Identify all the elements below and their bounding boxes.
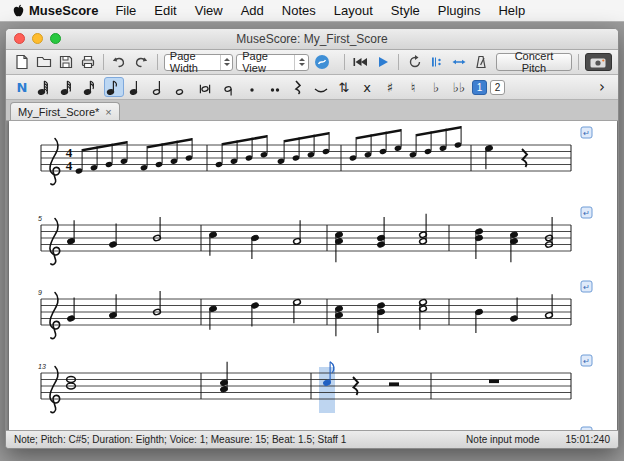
beam	[284, 132, 329, 143]
save-icon	[58, 54, 74, 70]
chevron-down-icon	[294, 55, 308, 70]
rest-button[interactable]	[288, 77, 308, 97]
start-center-button[interactable]	[312, 52, 331, 72]
loop-playback-button[interactable]	[405, 52, 424, 72]
staff-system-4[interactable]: 13↵	[38, 355, 592, 413]
note-input-toolbar: N⇅x♯♮♭♭♭12›	[6, 75, 618, 100]
note-half-button[interactable]	[150, 77, 170, 97]
apple-menu[interactable]	[12, 4, 25, 18]
flip-direction-button[interactable]: ⇅	[334, 77, 354, 97]
minimize-button[interactable]	[32, 33, 43, 44]
system-break-icon[interactable]: ↵	[581, 281, 592, 292]
menu-bar: MuseScore FileEditViewAddNotesLayoutStyl…	[0, 0, 624, 22]
augmentation-dot-button[interactable]	[242, 77, 262, 97]
natural-button[interactable]: ♮	[403, 77, 423, 97]
menu-file[interactable]: File	[106, 3, 145, 18]
time-signature[interactable]: 4	[66, 158, 73, 173]
more-icon: ›	[599, 78, 605, 96]
menu-app-name[interactable]: MuseScore	[25, 3, 106, 18]
screenshot-mode-button[interactable]	[585, 53, 612, 71]
concert-pitch-label: Concert Pitch	[504, 50, 564, 74]
note-whole-button[interactable]	[173, 77, 193, 97]
system-break-icon[interactable]: ↵	[581, 355, 592, 366]
rest[interactable]	[489, 380, 499, 384]
status-bar: Note; Pitch: C#5; Duration: Eighth; Voic…	[6, 430, 618, 448]
double-sharp-button[interactable]: x	[357, 77, 377, 97]
double-sharp-icon: x	[363, 80, 371, 95]
note-quarter-icon	[128, 78, 146, 96]
save-button[interactable]	[56, 52, 75, 72]
file-toolbar: Page Width Page View	[6, 50, 618, 75]
play-repeats-button[interactable]	[427, 52, 446, 72]
voice-2-button[interactable]: 2	[490, 80, 505, 95]
measure-number: 5	[38, 215, 42, 222]
system-break-icon[interactable]: ↵	[581, 207, 592, 218]
score-page[interactable]: 44↵5↵9↵13↵↵	[9, 121, 617, 430]
undo-button[interactable]	[110, 52, 129, 72]
augmentation-dot-icon	[243, 78, 261, 96]
treble-clef-icon[interactable]	[50, 139, 60, 185]
rest[interactable]	[389, 382, 399, 386]
flat-button[interactable]: ♭	[426, 77, 446, 97]
treble-clef-icon[interactable]	[50, 367, 60, 413]
tie-button[interactable]	[311, 77, 331, 97]
double-augmentation-dot-button[interactable]	[265, 77, 285, 97]
menu-add[interactable]: Add	[232, 3, 273, 18]
system-break-icon[interactable]: ↵	[581, 427, 592, 430]
open-file-button[interactable]	[34, 52, 53, 72]
menu-layout[interactable]: Layout	[325, 3, 382, 18]
voice-1-button[interactable]: 1	[472, 80, 487, 95]
redo-button[interactable]	[132, 52, 151, 72]
note-breve-button[interactable]	[196, 77, 216, 97]
staff-system-2[interactable]: 5↵	[38, 207, 592, 265]
note-16th-button[interactable]	[81, 77, 101, 97]
pan-score-button[interactable]	[449, 52, 468, 72]
score-view[interactable]: 44↵5↵9↵13↵↵	[6, 121, 618, 430]
new-score-button[interactable]	[12, 52, 31, 72]
zoom-select[interactable]: Page Width	[164, 54, 233, 71]
note-input-button[interactable]: N	[12, 77, 32, 97]
close-button[interactable]	[14, 33, 25, 44]
beam	[82, 141, 127, 152]
treble-clef-icon[interactable]	[50, 219, 60, 265]
rewind-button[interactable]	[351, 52, 370, 72]
print-button[interactable]	[78, 52, 97, 72]
title-bar[interactable]: MuseScore: My_First_Score	[6, 29, 618, 50]
toolbar-separator	[398, 54, 399, 70]
view-mode-select[interactable]: Page View	[236, 54, 309, 71]
play-button[interactable]	[373, 52, 392, 72]
open-file-icon	[36, 54, 52, 70]
staff-system-3[interactable]: 9↵	[38, 281, 592, 339]
note-8th-button[interactable]	[104, 77, 124, 97]
note-quarter-button[interactable]	[127, 77, 147, 97]
concert-pitch-button[interactable]: Concert Pitch	[496, 53, 572, 71]
natural-icon: ♮	[411, 80, 416, 95]
measure-number: 13	[38, 363, 46, 370]
zoom-select-value: Page Width	[170, 50, 220, 74]
treble-clef-icon[interactable]	[50, 293, 60, 339]
note-64th-button[interactable]	[35, 77, 55, 97]
menu-edit[interactable]: Edit	[145, 3, 185, 18]
note-longa-button[interactable]	[219, 77, 239, 97]
metronome-button[interactable]	[471, 52, 490, 72]
note-input-cursor	[319, 367, 335, 413]
apple-icon	[12, 4, 25, 18]
beam	[222, 135, 267, 146]
sharp-button[interactable]: ♯	[380, 77, 400, 97]
double-flat-button[interactable]: ♭♭	[449, 77, 469, 97]
flat-icon: ♭	[433, 80, 439, 95]
menu-notes[interactable]: Notes	[273, 3, 325, 18]
system-break-icon[interactable]: ↵	[581, 127, 592, 138]
more-button[interactable]: ›	[592, 77, 612, 97]
tab-close-icon[interactable]: ×	[105, 106, 111, 118]
metronome-icon	[473, 54, 489, 70]
zoom-button[interactable]	[50, 33, 61, 44]
note-32nd-button[interactable]	[58, 77, 78, 97]
menu-plugins[interactable]: Plugins	[429, 3, 490, 18]
menu-view[interactable]: View	[186, 3, 232, 18]
menu-help[interactable]: Help	[489, 3, 534, 18]
tab-my-first-score[interactable]: My_First_Score* ×	[10, 102, 120, 120]
staff-system-1[interactable]: 44↵	[41, 126, 592, 185]
svg-text:↵: ↵	[583, 129, 590, 138]
menu-style[interactable]: Style	[382, 3, 429, 18]
